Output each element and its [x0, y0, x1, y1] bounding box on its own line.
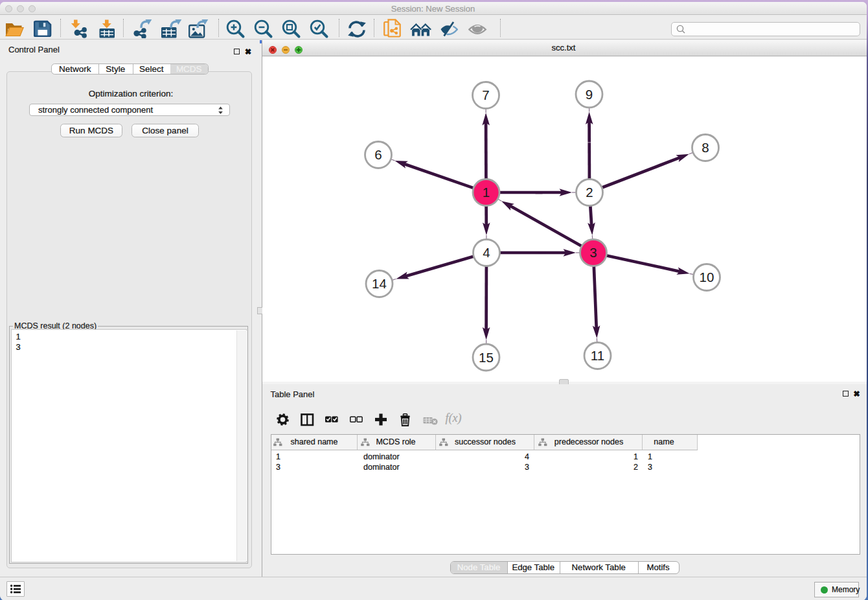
svg-text:6: 6: [374, 147, 382, 162]
svg-text:15: 15: [479, 350, 494, 365]
svg-text:9: 9: [586, 87, 593, 102]
svg-text:1: 1: [483, 185, 490, 200]
svg-text:3: 3: [589, 245, 597, 260]
svg-text:4: 4: [483, 245, 490, 260]
svg-text:11: 11: [591, 348, 604, 363]
svg-text:7: 7: [482, 87, 489, 102]
svg-text:10: 10: [700, 270, 714, 284]
svg-text:8: 8: [702, 140, 709, 155]
svg-text:2: 2: [586, 185, 593, 200]
svg-text:14: 14: [372, 276, 387, 291]
